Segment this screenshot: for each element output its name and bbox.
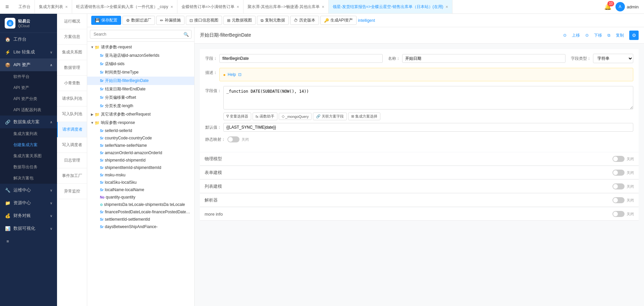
sidebar-item-api[interactable]: 📦API 资产∧ — [0, 58, 57, 71]
menu-icon[interactable]: ≡ — [0, 1, 14, 13]
section-toggle-physical_model[interactable] — [612, 156, 625, 162]
second-nav-item-write_queue[interactable]: 写入队列池 — [57, 106, 87, 122]
section-toggle-parser[interactable] — [612, 197, 625, 203]
copy-button[interactable]: 复制 — [613, 32, 627, 39]
gen-api-button[interactable]: 🔑 生成API资产 — [320, 16, 357, 25]
tree-node-amazon_seller_ids[interactable]: Sr 亚马逊店铺id-amazonSellerIds — [87, 51, 194, 60]
expand-icon[interactable]: ▼ — [90, 121, 95, 125]
tab-close-icon[interactable]: ✕ — [236, 5, 239, 9]
more-info-toggle[interactable] — [612, 211, 625, 217]
tree-node-other_request[interactable]: ▶ 📁 其它请求参数-otherRequest — [87, 110, 194, 119]
second-nav-item-integration_graph[interactable]: 集成关系图 — [57, 45, 87, 60]
up-button[interactable]: 上移 — [569, 32, 583, 39]
sidebar-item-data-solution[interactable]: 🔗数据集成方案∧ — [0, 116, 57, 128]
name-input[interactable] — [402, 54, 566, 63]
func-btn-func_helper[interactable]: fx函数助手 — [253, 113, 277, 120]
tab-solution_list[interactable]: 集成方案列表✕ — [35, 0, 72, 13]
tab-wangdian[interactable]: 旺店通销售出库-->全蝶采购入库（一件代发）_copy✕ — [72, 0, 177, 13]
sidebar-item-api_adapter[interactable]: API 适配器列表 — [0, 104, 57, 116]
second-nav-item-write_debugger[interactable]: 写入调度者 — [57, 137, 87, 153]
static-toggle[interactable] — [227, 136, 239, 142]
sidebar-item-create_solution[interactable]: 创建集成方案 — [0, 139, 57, 150]
meta-view-button[interactable]: ⊞ 元数据视图 — [223, 16, 256, 25]
tree-node-msku[interactable]: Sr msku-msku — [87, 171, 194, 179]
tree-node-finance_posted_date[interactable]: Sr financePostedDateLocale-financePosted… — [87, 208, 194, 216]
func-btn-solution_select[interactable]: ⊞集成方案选择 — [348, 113, 380, 120]
sidebar-item-solution_package[interactable]: 解决方案包 — [0, 173, 57, 184]
sidebar-item-more[interactable]: ≡ — [0, 235, 57, 248]
tree-node-seller_id[interactable]: Sr sellerId-sellerId — [87, 127, 194, 134]
tab-close-icon[interactable]: ✕ — [322, 5, 324, 9]
tree-node-filter_end_date[interactable]: Sr 结束日期-filterEndDate — [87, 85, 194, 93]
field-input[interactable] — [219, 54, 383, 63]
tab-workbench[interactable]: 工作台 — [14, 0, 35, 13]
second-nav-item-request_debugger[interactable]: 请求调度者 — [57, 122, 87, 137]
remediation-button[interactable]: ✏ 补漏措施 — [156, 16, 184, 25]
sidebar-item-data-viz[interactable]: 📊数据可视化∨ — [0, 222, 57, 235]
intelligent-link[interactable]: intelligent — [358, 18, 375, 23]
tab-close-icon[interactable]: ✕ — [65, 5, 68, 9]
tree-node-offset[interactable]: Sr 分页偏移量-offset — [87, 93, 194, 102]
tree-node-request_params[interactable]: ▼ 📁 请求参数-request — [87, 43, 194, 51]
type-select[interactable]: 字符串 — [593, 54, 633, 63]
help-external-icon[interactable]: ⊡ — [238, 72, 241, 77]
tree-node-days_between[interactable]: Sr daysBetweenShipAndFiance- — [87, 223, 194, 230]
settings-icon[interactable]: ⚙ — [629, 31, 639, 40]
search-input[interactable] — [90, 30, 192, 39]
sidebar-item-resources[interactable]: 📁资源中心∨ — [0, 196, 57, 209]
sidebar-item-api_classification[interactable]: API 资产分类 — [0, 93, 57, 104]
sidebar-item-solution_relation[interactable]: 集成方案关系图 — [0, 150, 57, 162]
section-toggle-list_build[interactable] — [612, 183, 625, 189]
second-nav-item-request_queue[interactable]: 请求队列池 — [57, 91, 87, 106]
second-nav-item-overview[interactable]: 运行概况 — [57, 14, 87, 29]
default-input[interactable] — [223, 123, 633, 132]
save-config-button[interactable]: 💾 保存配置 — [91, 16, 121, 25]
tree-node-shipments_date_locale[interactable]: ⊙ shipmentsDa teLocale-shipmentsDa teLoc… — [87, 201, 194, 208]
second-nav-item-solution_info[interactable]: 方案信息 — [57, 29, 87, 45]
copy-meta-button[interactable]: ⧉ 复制元数据 — [257, 16, 289, 25]
func-btn-related_field[interactable]: 🔗关联方案字段 — [313, 113, 347, 120]
sidebar-item-lite[interactable]: ⚡Lite 轻集成∨ — [0, 46, 57, 58]
interface-view-button[interactable]: ⊡ 接口信息视图 — [186, 16, 222, 25]
tree-node-amazon_order_id[interactable]: Sr amazonOrderId-amazonOrderId — [87, 149, 194, 157]
sidebar-item-data_export[interactable]: 数据导出任务 — [0, 162, 57, 173]
tree-node-quantity[interactable]: No quantity-quantity — [87, 193, 194, 201]
second-nav-item-exception_monitor[interactable]: 异常监控 — [57, 184, 87, 199]
tree-node-seller_name[interactable]: Sr sellerName-sellerName — [87, 142, 194, 149]
expand-icon[interactable]: ▶ — [90, 113, 95, 116]
help-link[interactable]: Help — [228, 72, 236, 77]
notification-bell[interactable]: 🔔 10 — [604, 3, 611, 10]
expand-icon[interactable]: ▼ — [90, 45, 95, 49]
second-nav-item-small_green[interactable]: 小青查数 — [57, 76, 87, 91]
tree-node-filter_begin_date[interactable]: Sr 开始日期-filterBeginDate — [87, 77, 194, 85]
tab-lingyu[interactable]: 领星-发货结算报告=>全蝶云星空-销售出库单（日本站）(在用)✕ — [329, 0, 452, 13]
func-btn-var_selector[interactable]: ∇变量选择器 — [223, 113, 251, 120]
tree-node-time_type[interactable]: Sr 时间类型-timeType — [87, 68, 194, 77]
tree-node-shipment_id[interactable]: Sr shipmentId-shipmentId — [87, 157, 194, 164]
down-button[interactable]: 下移 — [591, 32, 605, 39]
tree-node-country_code[interactable]: Sr countryCode-countryCode — [87, 134, 194, 142]
tree-node-local_sku[interactable]: Sr localSku-localSku — [87, 179, 194, 186]
sidebar-item-solution_list[interactable]: 集成方案列表 — [0, 128, 57, 139]
tab-close-icon[interactable]: ✕ — [445, 5, 448, 9]
sidebar-item-finance[interactable]: 💰财务对账∨ — [0, 209, 57, 222]
user-menu[interactable]: A admin — [615, 2, 639, 11]
data-filter-button[interactable]: ⚙ 数据过滤厂 — [122, 16, 155, 25]
second-nav-item-event_factory[interactable]: 事件加工厂 — [57, 168, 87, 184]
sidebar-item-ops[interactable]: 🔧运维中心∨ — [0, 184, 57, 196]
history-button[interactable]: ⏱ 历史版本 — [290, 16, 319, 25]
tree-node-response_params[interactable]: ▼ 📁 响应参数-response — [87, 119, 194, 127]
tree-node-shop_id_sids[interactable]: Sr 店铺id-sids — [87, 60, 194, 68]
sidebar-item-api_asset[interactable]: API 资产 — [0, 82, 57, 93]
sidebar-item-workbench[interactable]: 🏠工作台 — [0, 33, 57, 46]
section-toggle-table_build[interactable] — [612, 170, 625, 176]
tab-jindie[interactable]: 金蝶销售订单=>小满销售订单✕ — [177, 0, 244, 13]
sidebar-item-software_platform[interactable]: 软件平台 — [0, 71, 57, 82]
tree-node-length[interactable]: Sr 分页长度-length — [87, 102, 194, 110]
desc-box[interactable]: ● Help ⊡ — [219, 68, 633, 81]
tree-node-settlement_id[interactable]: Sr settlementId-settlementId — [87, 216, 194, 223]
tab-close-icon[interactable]: ✕ — [170, 5, 173, 9]
tree-node-local_name[interactable]: Sr localName-localName — [87, 186, 194, 193]
tree-node-shipment_item_id[interactable]: Sr shipmentItemId-shipmentItemId — [87, 164, 194, 171]
second-nav-item-data_mgmt[interactable]: 数据管理 — [57, 60, 87, 76]
